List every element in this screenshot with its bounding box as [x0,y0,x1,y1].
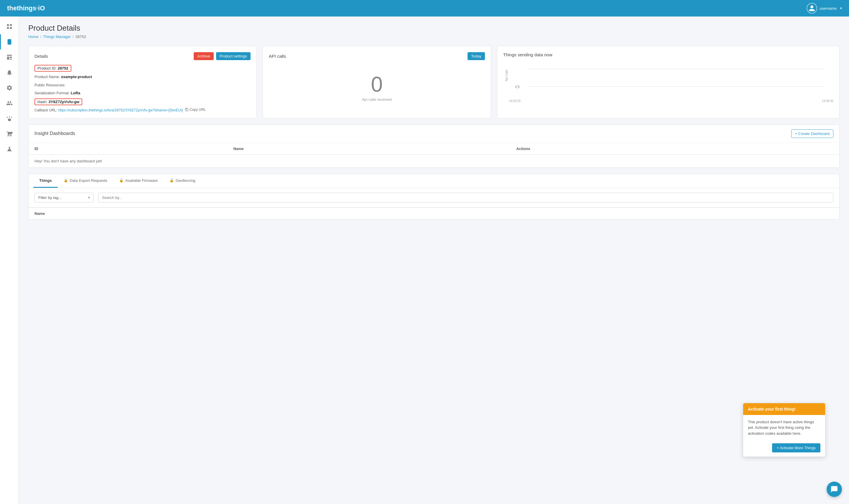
tab-data-export[interactable]: 🔒 Data Export Requests [58,174,113,188]
things-now-card: Things sending data now Api Calls 0 14:2… [497,46,839,119]
chart-x-labels: 14:26:20 14:26:30 [503,99,833,103]
user-menu[interactable]: username ▾ [807,3,842,14]
api-zero-label: Api calls received [269,97,485,102]
archive-button[interactable]: Archive [194,52,213,60]
col-header-row: Name [29,208,839,219]
svg-rect-7 [7,57,9,59]
product-settings-button[interactable]: Product settings [216,52,251,60]
product-id-box: Product ID: 28752 [35,65,71,72]
cards-row: Details Archive Product settings Product… [28,46,839,119]
product-name-field: Product Name: example-product [35,74,251,80]
svg-rect-9 [10,59,12,60]
breadcrumb: Home / Things Manager / 28752 [28,35,839,39]
breadcrumb-sep1: / [40,35,41,39]
api-zero-number: 0 [269,74,485,95]
svg-rect-2 [7,27,8,29]
sidebar-item-things[interactable] [0,34,19,50]
things-tabs-section: Things 🔒 Data Export Requests 🔒 Availabl… [28,174,839,220]
chat-bubble[interactable] [827,482,842,497]
hash-label: Hash: [37,100,48,104]
product-name-value: example-product [61,75,92,79]
activate-more-button[interactable]: + Activate More Things [772,443,820,452]
col-actions: Actions [510,143,839,155]
lock-icon-geofencing: 🔒 [169,178,174,182]
callback-url-field: Callback URL: https://subscription.theth… [35,108,251,112]
navbar-right: username ▾ [807,3,842,14]
search-row: Filter by tag... [29,188,839,208]
sidebar-item-users[interactable] [0,95,19,111]
sidebar-item-dashboard[interactable] [0,19,19,34]
search-input[interactable] [98,193,833,202]
serialization-label: Serialization Format: [35,91,70,95]
sidebar-item-pets[interactable] [0,111,19,126]
sidebar-item-integrations[interactable] [0,80,19,95]
col-header-name: Name [35,211,45,216]
create-dashboard-button[interactable]: + Create Dashboard [791,129,833,138]
page-title: Product Details [28,23,839,33]
breadcrumb-home[interactable]: Home [28,35,39,39]
sidebar-item-lab[interactable] [0,142,19,157]
chart-x-end: 14:26:30 [822,99,833,103]
hash-value: 3Y8Z7ZpVvfu-gw [49,100,79,104]
hash-box: Hash: 3Y8Z7ZpVvfu-gw [35,98,82,105]
chart-svg: 0 [503,62,833,97]
sidebar-item-widgets[interactable] [0,50,19,65]
callback-url-link[interactable]: https://subscription.thethings.io/lora/2… [58,108,183,112]
details-actions: Archive Product settings [194,52,251,60]
sidebar-item-alerts[interactable] [0,65,19,80]
breadcrumb-manager[interactable]: Things Manager [43,35,71,39]
dashboard-table-body: Hey! You don't have any dashboard yet! [29,155,839,167]
lock-icon-firmware: 🔒 [119,178,124,182]
search-input-wrap [98,193,833,202]
public-resources-label: Public Resources: [35,83,66,87]
filter-select-wrap: Filter by tag... [35,193,93,202]
col-name: Name [227,143,510,155]
svg-rect-0 [7,24,8,26]
public-resources-field: Public Resources: [35,82,251,88]
product-name-label: Product Name: [35,75,60,79]
lock-icon-data-export: 🔒 [64,178,68,182]
tab-things[interactable]: Things [33,174,58,188]
product-id-label: Product ID: [37,66,57,70]
tab-geofencing-label: Geofencing [176,178,196,183]
empty-message: Hey! You don't have any dashboard yet! [29,155,839,167]
tab-firmware-label: Available Firmware [125,178,158,183]
sidebar-item-cart[interactable] [0,126,19,142]
tooltip-header: Activate your first thing! [743,403,825,415]
avatar [807,3,817,14]
callback-label: Callback URL: [35,108,57,112]
api-calls-card: API calls Today 0 Api calls received [263,46,491,119]
chart-y-label: Api Calls [505,70,508,81]
dashboard-table-el: ID Name Actions Hey! You don't have any … [29,143,839,168]
things-now-label: Things sending data now [503,52,553,57]
logo: thethings·iO [7,4,45,12]
tooltip-popup: Activate your first thing! This product … [743,403,826,457]
details-card: Details Archive Product settings Product… [28,46,257,119]
tooltip-body: This product doesn't have active things … [743,415,825,440]
svg-text:0: 0 [515,85,520,89]
dashboard-table-head: ID Name Actions [29,143,839,155]
svg-rect-4 [7,39,11,44]
chart-area: Api Calls 0 14:26:20 14:26:30 [503,62,833,97]
copy-url-button[interactable]: Copy URL [185,108,206,112]
user-name: username [819,6,837,11]
svg-rect-8 [10,57,12,58]
svg-rect-6 [7,55,12,56]
dashboard-table: ID Name Actions Hey! You don't have any … [29,143,839,168]
copy-url-label: Copy URL [189,108,206,112]
today-button[interactable]: Today [468,52,485,60]
tab-geofencing[interactable]: 🔒 Geofencing [164,174,201,188]
table-header-row: ID Name Actions [29,143,839,155]
svg-rect-1 [10,24,12,26]
table-row-empty: Hey! You don't have any dashboard yet! [29,155,839,167]
insight-dashboards-section: Insight Dashboards + Create Dashboard ID… [28,124,839,168]
serialization-value: LoRa [71,91,80,95]
chevron-down-icon: ▾ [840,6,842,10]
product-id-value: 28752 [58,66,68,70]
filter-by-tag[interactable]: Filter by tag... [35,193,93,202]
details-card-title: Details Archive Product settings [35,52,251,60]
navbar: thethings·iO username ▾ [0,0,849,17]
main-content: Product Details Home / Things Manager / … [19,17,849,504]
tab-firmware[interactable]: 🔒 Available Firmware [113,174,164,188]
tabs-bar: Things 🔒 Data Export Requests 🔒 Availabl… [29,174,839,188]
